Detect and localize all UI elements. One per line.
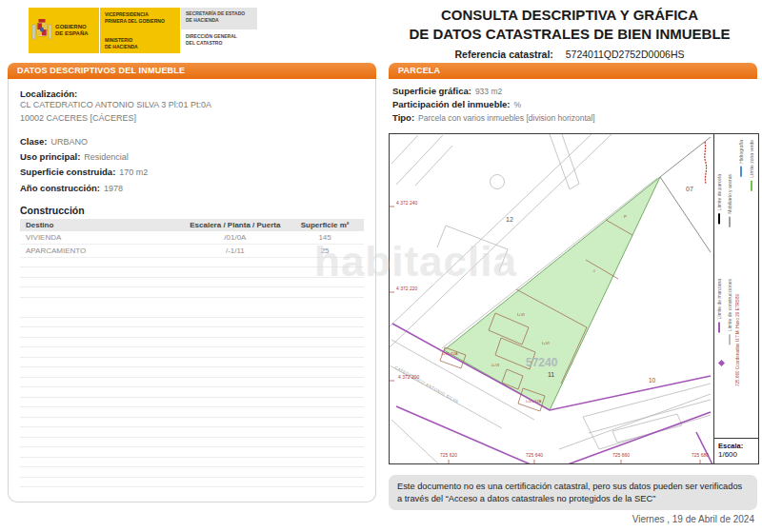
address-line-2: 10002 CACERES [CÁCERES] xyxy=(20,112,364,126)
document-date: Viernes , 19 de Abril de 2024 xyxy=(632,514,754,524)
svg-text:4 372 200: 4 372 200 xyxy=(398,374,419,380)
scale-label: Escala: xyxy=(718,442,754,450)
svg-text:P: P xyxy=(624,214,627,219)
legend-item: Límite de construcciones xyxy=(727,279,732,345)
line-swatch xyxy=(729,217,731,227)
legend-item: Límite de manzana xyxy=(716,279,722,334)
government-logo: GOBIERNO DE ESPAÑA VICEPRESIDENCIA PRIME… xyxy=(29,8,257,53)
document-page: GOBIERNO DE ESPAÑA VICEPRESIDENCIA PRIME… xyxy=(0,0,762,532)
cadastral-map: P -I I+VI I+VI -I+VI -I+VI+TZA I+VI+TZA … xyxy=(389,133,759,464)
map-legend: Límite de parcela Mobiliario y aceras Hi… xyxy=(713,134,758,463)
ministerio-label: MINISTERIO DE HACIENDA xyxy=(105,37,175,49)
vicepresidencia-label: VICEPRESIDENCIA PRIMERA DEL GOBIERNO xyxy=(105,11,175,24)
svg-text:I+VI: I+VI xyxy=(542,341,550,345)
secretaria-label: SECRETARÍA DE ESTADO DE HACIENDA xyxy=(181,8,257,30)
field-ano-construccion: Año construcción:1978 xyxy=(20,181,364,196)
cadastral-reference: Referencia catastral: 5724011QD2752D0006… xyxy=(383,49,756,60)
coat-of-arms-icon xyxy=(31,16,52,45)
field-participacion: Participación del inmueble:% xyxy=(392,98,757,111)
gobierno-espana-label: GOBIERNO DE ESPAÑA xyxy=(55,24,89,38)
block-label-07: 07 xyxy=(686,186,693,192)
line-swatch xyxy=(740,167,742,177)
map-plan-svg: P -I I+VI I+VI -I+VI -I+VI+TZA I+VI+TZA … xyxy=(390,134,713,463)
table-row: VIVIENDA /01/0A 145 xyxy=(20,231,364,245)
field-superficie-grafica: Superficie gráfica:933 m2 xyxy=(392,85,757,98)
gobierno-espana-box: GOBIERNO DE ESPAÑA xyxy=(29,8,99,53)
svg-text:-I: -I xyxy=(592,268,595,273)
line-swatch xyxy=(718,213,720,224)
title-line-2: DE DATOS CATASTRALES DE BIEN INMUEBLE xyxy=(383,25,756,44)
svg-text:4 372 220: 4 372 220 xyxy=(396,286,417,291)
empty-table-rows xyxy=(20,258,364,496)
reference-value: 5724011QD2752D0006HS xyxy=(566,49,685,60)
svg-text:-I+VI+TZA: -I+VI+TZA xyxy=(441,352,458,356)
localizacion-label: Localización: xyxy=(20,89,364,99)
parcela-data: Superficie gráfica:933 m2 Participación … xyxy=(392,85,757,124)
section-banner-datos-descriptivos: DATOS DESCRIPTIVOS DEL INMUEBLE xyxy=(8,63,376,79)
svg-text:I+VI: I+VI xyxy=(517,312,525,317)
construction-table-header: Destino Escalera / Planta / Puerta Super… xyxy=(20,219,364,231)
line-swatch xyxy=(751,181,752,191)
svg-text:4 372 240: 4 372 240 xyxy=(396,200,417,206)
legend-item: Hidrografía xyxy=(738,140,744,178)
parcel-ref-label: 57240 xyxy=(526,356,558,369)
block-label-12: 12 xyxy=(506,216,513,223)
property-data-panel: Localización: CL CATEDRATICO ANTONIO SIL… xyxy=(8,79,376,502)
line-swatch xyxy=(729,334,731,345)
legend-item: Límite zona verde xyxy=(749,140,754,192)
utm-reference-note: 725.660 Coordenadas U.T.M. Huso 29 ETRS8… xyxy=(735,294,740,386)
field-uso-principal: Uso principal:Residencial xyxy=(20,149,364,165)
legend-item: Mobiliario y aceras xyxy=(727,174,732,228)
purple-diamond-marker xyxy=(718,360,725,366)
field-clase: Clase:URBANO xyxy=(20,134,364,149)
svg-text:725 620: 725 620 xyxy=(440,452,457,458)
scale-box: Escala: 1/600 xyxy=(714,438,758,463)
svg-text:725 680: 725 680 xyxy=(692,452,709,458)
secretaria-column: SECRETARÍA DE ESTADO DE HACIENDA DIRECCI… xyxy=(181,8,257,53)
svg-text:-I+VI: -I+VI xyxy=(491,363,499,367)
disclaimer-box: Este documento no es una certificación c… xyxy=(389,475,757,510)
field-superficie-construida: Superficie construida:170 m2 xyxy=(20,165,364,180)
title-line-1: CONSULTA DESCRIPTIVA Y GRÁFICA xyxy=(383,6,756,25)
document-title: CONSULTA DESCRIPTIVA Y GRÁFICA DE DATOS … xyxy=(383,6,756,60)
block-label-11: 11 xyxy=(548,371,554,378)
block-label-10: 10 xyxy=(649,377,656,384)
address-line-1: CL CATEDRATICO ANTONIO SILVA 3 Pl:01 Pt:… xyxy=(20,99,364,112)
reference-label: Referencia catastral: xyxy=(455,49,553,60)
legend-item: Límite de parcela xyxy=(716,174,722,225)
ministerio-box: VICEPRESIDENCIA PRIMERA DEL GOBIERNO MIN… xyxy=(100,8,180,53)
construction-table: Destino Escalera / Planta / Puerta Super… xyxy=(20,219,364,496)
field-tipo: Tipo:Parcela con varios inmuebles [divis… xyxy=(392,111,757,125)
section-banner-parcela: PARCELA xyxy=(389,63,757,79)
line-swatch xyxy=(718,323,720,333)
construccion-title: Construcción xyxy=(20,205,364,216)
svg-text:725 660: 725 660 xyxy=(612,452,630,458)
svg-text:I+VI+TZA: I+VI+TZA xyxy=(526,400,542,404)
svg-text:725 640: 725 640 xyxy=(526,452,543,458)
table-row: APARCAMIENTO /-1/11 25 xyxy=(20,245,364,258)
direccion-catastro-label: DIRECCIÓN GENERAL DEL CATASTRO xyxy=(181,30,257,53)
scale-value: 1/600 xyxy=(718,450,754,459)
